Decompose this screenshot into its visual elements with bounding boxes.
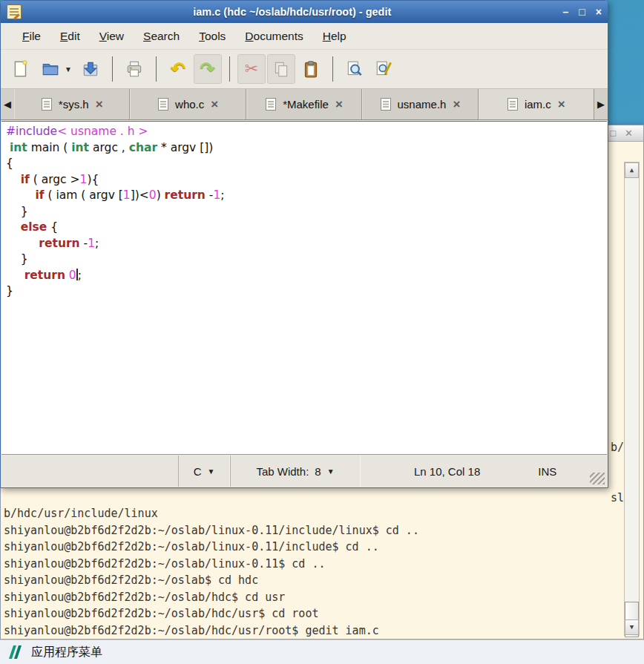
window-title: iam.c (hdc ~/oslab/hdc/usr/root) - gedit	[22, 6, 563, 18]
cursor-position: Ln 10, Col 18	[414, 465, 480, 478]
tab-close-icon[interactable]: ×	[453, 98, 460, 111]
toolbar-separator	[156, 56, 157, 82]
menu-edit[interactable]: Edit	[50, 25, 90, 47]
chevron-down-icon: ▼	[207, 467, 214, 476]
print-button[interactable]	[120, 54, 148, 84]
insert-mode-indicator: INS	[538, 465, 556, 478]
code-editor[interactable]: #include< usname . h > int main ( int ar…	[1, 121, 607, 455]
tab-close-icon[interactable]: ×	[558, 98, 565, 111]
menubar: FileEditViewSearchToolsDocumentsHelp	[1, 23, 608, 50]
code-line: return -1;	[6, 236, 607, 252]
tab-sysh[interactable]: *sys.h×	[14, 89, 130, 119]
terminal-line: shiyanlou@b2bf6d2f2d2b:~/oslab$ cd hdc	[4, 572, 419, 589]
gedit-window[interactable]: iam.c (hdc ~/oslab/hdc/usr/root) - gedit…	[0, 0, 608, 488]
cut-icon: ✂	[245, 61, 258, 77]
code-line: if ( iam ( argv [1])<0) return -1;	[6, 188, 607, 204]
find-icon	[345, 59, 364, 79]
scroll-down-icon[interactable]: ▼	[625, 619, 639, 635]
document-icon	[381, 98, 391, 111]
copy-icon	[272, 59, 291, 79]
copy-button	[267, 54, 295, 84]
terminal-lines: b/hdc/usr/include/linuxshiyanlou@b2bf6d2…	[4, 505, 419, 639]
scroll-up-icon[interactable]: ▲	[625, 162, 639, 178]
menu-help[interactable]: Help	[313, 25, 356, 47]
cut-button: ✂	[237, 54, 266, 84]
menu-search[interactable]: Search	[134, 25, 189, 47]
menu-view[interactable]: View	[90, 25, 134, 47]
tab-iamc[interactable]: iam.c×	[479, 89, 594, 119]
terminal-line: shiyanlou@b2bf6d2f2d2b:~/oslab/hdc/usr/r…	[4, 622, 419, 640]
maximize-button[interactable]: □	[579, 1, 585, 23]
tab-width-value: 8	[315, 465, 321, 478]
tab-label: *sys.h	[59, 98, 89, 111]
code-line: }	[6, 252, 607, 268]
code-line: {	[6, 156, 607, 172]
undo-button[interactable]: ↶	[164, 54, 192, 84]
redo-icon: ↷	[200, 60, 215, 78]
code-line: return 0;	[6, 268, 607, 284]
terminal-line: shiyanlou@b2bf6d2f2d2b:~/oslab/linux-0.1…	[4, 539, 419, 556]
tab-makefile[interactable]: *Makefile×	[246, 89, 362, 119]
code-line: else {	[6, 220, 607, 236]
tab-usnameh[interactable]: usname.h×	[362, 89, 478, 119]
app-menu-icon[interactable]	[7, 645, 24, 660]
tab-width-label: Tab Width:	[256, 465, 309, 478]
tab-scroll-right-icon[interactable]: ▶	[594, 89, 608, 119]
find-button[interactable]	[341, 54, 369, 84]
document-icon	[42, 98, 52, 111]
tab-close-icon[interactable]: ×	[335, 98, 343, 111]
tab-width-selector[interactable]: Tab Width: 8 ▼	[230, 456, 361, 487]
tab-close-icon[interactable]: ×	[211, 98, 218, 111]
code-line: }	[6, 283, 607, 300]
document-icon	[158, 98, 168, 111]
tab-close-icon[interactable]: ×	[96, 98, 103, 111]
tab-scroll-left-icon[interactable]: ◀	[1, 89, 14, 119]
code-line: if ( argc >1){	[6, 172, 607, 188]
gedit-titlebar[interactable]: iam.c (hdc ~/oslab/hdc/usr/root) - gedit…	[1, 1, 608, 23]
statusbar: C ▼ Tab Width: 8 ▼ Ln 10, Col 18 INS	[1, 456, 607, 487]
taskbar: 应用程序菜单	[0, 640, 644, 664]
resize-grip[interactable]	[590, 473, 605, 484]
code-line: int main ( int argc , char * argv [])	[6, 140, 607, 157]
new-document-button[interactable]	[7, 54, 35, 84]
terminal-line: shiyanlou@b2bf6d2f2d2b:~/oslab/linux-0.1…	[4, 522, 419, 539]
open-dropdown-arrow-icon[interactable]: ▼	[65, 65, 72, 73]
terminal-close-button[interactable]: ✕	[625, 128, 633, 139]
app-menu-button[interactable]: 应用程序菜单	[31, 645, 102, 660]
menu-documents[interactable]: Documents	[235, 25, 312, 47]
tab-label: iam.c	[525, 98, 551, 111]
toolbar: ▼↶↷✂	[1, 50, 608, 88]
undo-icon: ↶	[171, 60, 185, 78]
save-button[interactable]	[76, 54, 105, 84]
tab-label: usname.h	[398, 98, 447, 111]
find-replace-button[interactable]	[370, 54, 398, 84]
language-value: C	[194, 465, 202, 478]
code-line: }	[6, 204, 607, 220]
print-icon	[125, 59, 144, 79]
redo-button: ↷	[194, 54, 222, 84]
paste-button[interactable]	[297, 54, 325, 84]
document-icon	[266, 98, 276, 111]
open-icon	[41, 59, 60, 79]
language-selector[interactable]: C ▼	[178, 456, 230, 487]
menu-tools[interactable]: Tools	[189, 25, 235, 47]
toolbar-separator	[229, 56, 230, 82]
code-line: #include< usname . h >	[6, 124, 607, 140]
menu-file[interactable]: File	[13, 25, 50, 47]
terminal-scrollbar[interactable]: ▲ ▼	[624, 162, 640, 636]
minimize-button[interactable]: –	[563, 1, 569, 23]
tab-bar: ◀*sys.h×who.c×*Makefile×usname.h×iam.c×▶	[1, 88, 608, 120]
open-button[interactable]	[36, 54, 65, 84]
document-icon	[507, 98, 518, 111]
tab-label: *Makefile	[283, 98, 329, 111]
terminal-line: shiyanlou@b2bf6d2f2d2b:~/oslab/hdc$ cd u…	[4, 589, 419, 606]
new-document-icon	[11, 59, 30, 79]
close-button[interactable]: ×	[596, 1, 602, 23]
save-icon	[81, 59, 100, 79]
find-replace-icon	[375, 59, 394, 79]
terminal-maximize-button[interactable]: □	[610, 128, 616, 139]
toolbar-separator	[112, 56, 113, 82]
terminal-line: b/hdc/usr/include/linux	[4, 505, 419, 522]
tab-label: who.c	[175, 98, 204, 111]
tab-whoc[interactable]: who.c×	[130, 89, 246, 119]
